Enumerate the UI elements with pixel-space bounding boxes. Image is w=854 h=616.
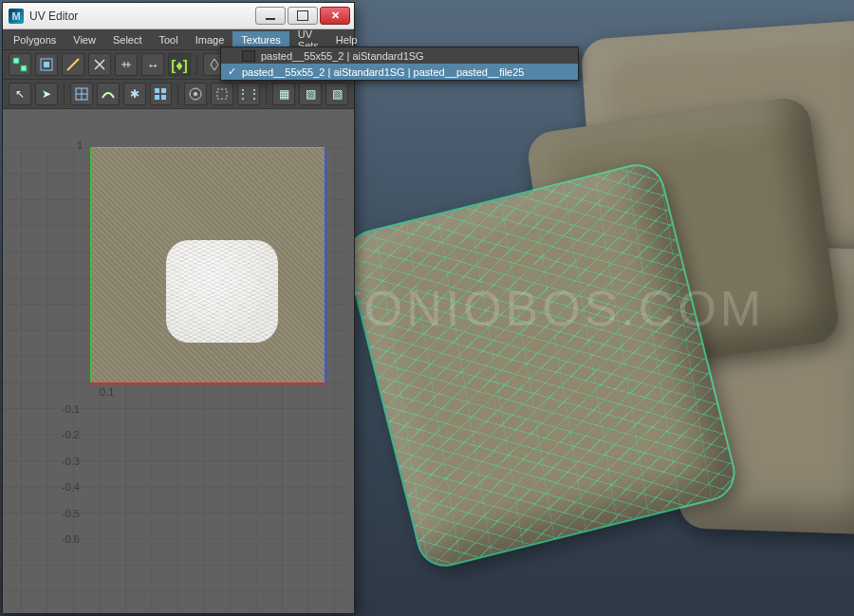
move-sew-icon[interactable]: ↔ — [141, 53, 164, 76]
tick-x-0: 0.1 — [100, 386, 114, 398]
menu-select[interactable]: Select — [104, 31, 151, 48]
svg-rect-6 — [161, 88, 166, 93]
tick-y-0: -0.1 — [62, 403, 80, 415]
menu-help[interactable]: Help — [327, 31, 366, 48]
options-icon[interactable]: ⋮⋮ — [237, 83, 260, 105]
pointer-tool-icon[interactable]: ↖ — [9, 83, 31, 105]
svg-rect-0 — [13, 58, 19, 64]
toolbar-separator — [196, 54, 197, 75]
texture-option-1[interactable]: ✓ pasted__55x55_2 | aiStandard1SG | past… — [221, 64, 578, 80]
texture-option-label: pasted__55x55_2 | aiStandard1SG — [261, 50, 424, 62]
toggle-c-icon[interactable]: ▧ — [325, 83, 348, 105]
layout-tool-icon[interactable] — [150, 83, 173, 105]
minimize-button[interactable] — [255, 7, 286, 25]
uv-edge-select-icon[interactable] — [62, 53, 84, 76]
tick-y-2: -0.3 — [62, 456, 80, 467]
toolbar-row-2: ↖ ➤ ✱ ⋮⋮ ▦ ▨ ▧ — [3, 80, 354, 109]
maya-logo-icon — [9, 9, 24, 24]
toggle-a-icon[interactable]: ▦ — [272, 83, 295, 105]
uv-shell-select-icon[interactable] — [9, 53, 31, 76]
menu-textures[interactable]: Textures — [232, 31, 289, 48]
arrow-tool-icon[interactable]: ➤ — [35, 83, 58, 105]
svg-rect-8 — [161, 95, 166, 100]
svg-rect-11 — [217, 89, 227, 99]
svg-point-10 — [194, 92, 197, 96]
tick-y-4: -0.5 — [62, 508, 80, 519]
uv-top-border — [90, 147, 325, 148]
uv-face-select-icon[interactable] — [35, 53, 58, 76]
snowflake-icon[interactable]: ✱ — [123, 83, 146, 105]
svg-rect-5 — [155, 88, 159, 93]
tick-y-5: -0.6 — [62, 533, 80, 545]
uv-v-axis — [90, 147, 92, 383]
toolbar-separator — [64, 84, 65, 104]
check-icon: ✓ — [221, 65, 242, 78]
grid-display-icon[interactable] — [184, 83, 207, 105]
toolbar-separator — [266, 84, 267, 104]
svg-rect-3 — [44, 62, 49, 67]
toggle-b-icon[interactable]: ▨ — [299, 83, 322, 105]
menu-polygons[interactable]: Polygons — [5, 31, 65, 48]
uv-canvas[interactable]: 1 0.1 -0.1 -0.2 -0.3 -0.4 -0.5 -0.6 — [3, 109, 354, 613]
isolate-icon[interactable] — [211, 83, 233, 105]
swatch-icon — [242, 50, 255, 62]
unfold-bracket-icon[interactable]: [♦] — [168, 53, 191, 76]
svg-rect-7 — [155, 95, 159, 100]
window-title: UV Editor — [29, 9, 250, 23]
close-button[interactable] — [320, 7, 350, 25]
lattice-tool-icon[interactable] — [70, 83, 93, 105]
maximize-button[interactable] — [288, 7, 318, 25]
uv-shell-selection[interactable] — [166, 240, 278, 343]
texture-option-label: pasted__55x55_2 | aiStandard1SG | pasted… — [242, 66, 524, 78]
tick-y-3: -0.4 — [62, 481, 80, 493]
menu-tool[interactable]: Tool — [151, 31, 187, 48]
uv-right-border — [325, 147, 326, 383]
uv-u-axis — [90, 383, 325, 384]
uv-editor-window: UV Editor Polygons View Select Tool Imag… — [2, 2, 355, 614]
toolbar-separator — [177, 84, 178, 104]
menu-view[interactable]: View — [65, 31, 104, 48]
svg-rect-1 — [21, 65, 27, 71]
smooth-tool-icon[interactable] — [97, 83, 120, 105]
sew-uv-icon[interactable] — [115, 53, 138, 76]
tick-y-1: -0.2 — [62, 429, 80, 440]
textures-dropdown: pasted__55x55_2 | aiStandard1SG ✓ pasted… — [220, 47, 579, 81]
texture-option-0[interactable]: pasted__55x55_2 | aiStandard1SG — [221, 47, 578, 64]
cut-uv-icon[interactable] — [88, 53, 111, 76]
menu-image[interactable]: Image — [187, 31, 233, 48]
tick-top: 1 — [77, 140, 83, 151]
